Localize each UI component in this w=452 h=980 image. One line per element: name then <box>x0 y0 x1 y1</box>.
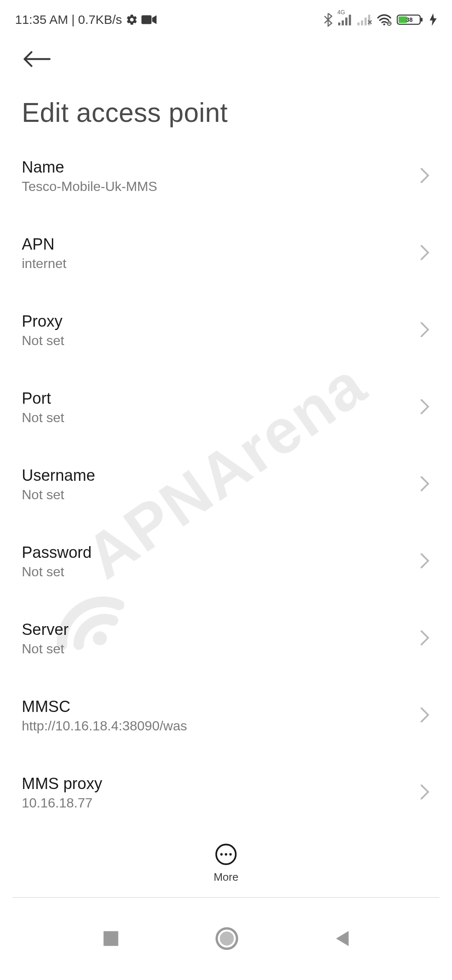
chevron-right-icon <box>419 321 430 340</box>
row-label: Name <box>22 158 157 176</box>
triangle-left-icon <box>334 929 350 948</box>
wifi-icon <box>377 13 392 26</box>
gear-icon <box>126 13 138 26</box>
apn-mmsc-row[interactable]: MMSC http://10.16.18.4:38090/was <box>22 678 430 755</box>
svg-rect-13 <box>421 18 422 22</box>
apn-server-row[interactable]: Server Not set <box>22 601 430 678</box>
charging-icon <box>429 13 437 26</box>
camera-icon <box>141 14 157 26</box>
nav-divider <box>13 897 439 898</box>
svg-point-21 <box>220 931 234 946</box>
chevron-right-icon <box>419 707 430 725</box>
apn-proxy-row[interactable]: Proxy Not set <box>22 292 430 369</box>
row-label: Password <box>22 544 92 562</box>
status-bar: 11:35 AM | 0.7KB/s 4G <box>0 0 452 30</box>
row-value: Not set <box>22 487 95 503</box>
svg-point-16 <box>220 853 223 856</box>
status-speed: 0.7KB/s <box>78 13 122 27</box>
row-label: Port <box>22 389 64 407</box>
row-value: Tesco-Mobile-Uk-MMS <box>22 179 157 194</box>
row-value: 10.16.18.77 <box>22 795 102 811</box>
apn-port-row[interactable]: Port Not set <box>22 369 430 446</box>
apn-password-row[interactable]: Password Not set <box>22 524 430 601</box>
more-label: More <box>213 871 238 884</box>
settings-list: Name Tesco-Mobile-Uk-MMS APN internet Pr… <box>0 138 452 832</box>
row-label: APN <box>22 235 67 253</box>
battery-pct-text: 38 <box>406 17 413 23</box>
nav-recent-button[interactable] <box>102 929 120 949</box>
bluetooth-icon <box>323 13 333 27</box>
row-label: Server <box>22 621 69 639</box>
nav-back-button[interactable] <box>334 929 350 949</box>
chevron-right-icon <box>419 784 430 802</box>
row-value: Not set <box>22 641 69 657</box>
status-right: 4G 38 <box>323 13 437 27</box>
apn-username-row[interactable]: Username Not set <box>22 446 430 524</box>
row-value: http://10.16.18.4:38090/was <box>22 718 187 734</box>
more-button[interactable]: More <box>0 843 452 884</box>
square-icon <box>102 929 120 948</box>
chevron-right-icon <box>419 398 430 417</box>
apn-mmsproxy-row[interactable]: MMS proxy 10.16.18.77 <box>22 755 430 832</box>
more-dots-icon <box>215 843 237 867</box>
svg-rect-4 <box>345 18 347 26</box>
navigation-bar <box>0 917 452 980</box>
row-label: Proxy <box>22 312 64 330</box>
svg-rect-1 <box>141 15 152 24</box>
apn-apn-row[interactable]: APN internet <box>22 215 430 292</box>
page-title: Edit access point <box>0 70 452 138</box>
status-left: 11:35 AM | 0.7KB/s <box>15 13 157 27</box>
svg-point-17 <box>225 853 227 856</box>
row-value: Not set <box>22 333 64 348</box>
signal-nosim-icon <box>357 14 372 26</box>
svg-point-11 <box>388 22 391 26</box>
row-label: MMS proxy <box>22 775 102 793</box>
circle-icon <box>215 927 239 950</box>
signal-4g-icon: 4G <box>338 14 352 26</box>
chevron-right-icon <box>419 629 430 648</box>
svg-rect-19 <box>104 931 118 946</box>
row-value: internet <box>22 256 67 271</box>
row-label: MMSC <box>22 698 187 716</box>
svg-rect-7 <box>361 21 363 26</box>
chevron-right-icon <box>419 244 430 263</box>
battery-icon: 38 <box>397 13 424 26</box>
status-sep: | <box>72 13 75 27</box>
svg-rect-8 <box>365 18 367 26</box>
apn-name-row[interactable]: Name Tesco-Mobile-Uk-MMS <box>22 138 430 215</box>
svg-rect-3 <box>342 21 344 26</box>
svg-rect-2 <box>338 23 340 26</box>
svg-rect-6 <box>357 23 360 26</box>
svg-point-10 <box>383 23 385 26</box>
chevron-right-icon <box>419 475 430 494</box>
svg-rect-5 <box>349 15 351 26</box>
row-value: Not set <box>22 410 64 426</box>
back-button[interactable] <box>22 49 51 70</box>
row-label: Username <box>22 467 95 485</box>
arrow-left-icon <box>22 49 51 69</box>
chevron-right-icon <box>419 552 430 571</box>
row-value: Not set <box>22 564 92 580</box>
svg-point-18 <box>229 853 232 856</box>
chevron-right-icon <box>419 167 430 186</box>
status-time: 11:35 AM <box>15 13 68 27</box>
nav-home-button[interactable] <box>215 927 239 952</box>
